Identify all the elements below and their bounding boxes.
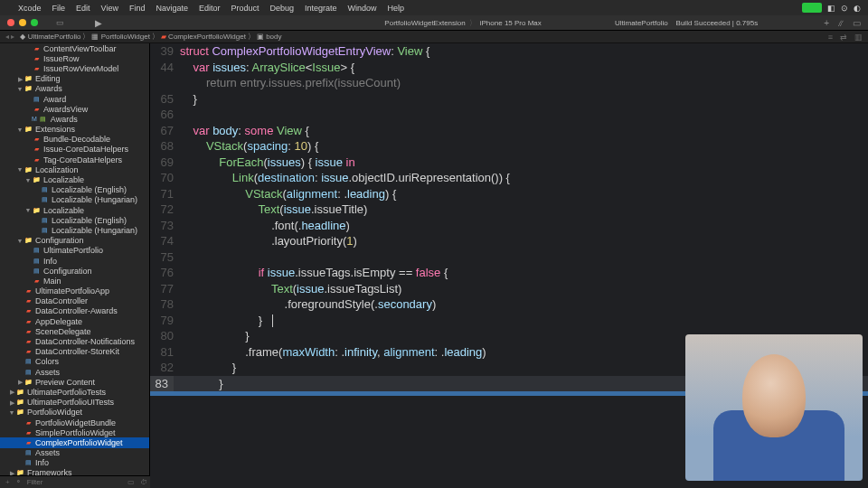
breadcrumb-item[interactable]: ▦ PortfolioWidget	[91, 33, 149, 41]
tree-item[interactable]: ▼📁Localizable	[0, 205, 149, 215]
tree-item[interactable]: ▰SceneDelegate	[0, 326, 149, 336]
menu-item[interactable]: Help	[388, 4, 405, 13]
tree-item[interactable]: ▤Localizable (English)	[0, 185, 149, 195]
tree-item[interactable]: ▰ContentViewToolbar	[0, 43, 149, 53]
tree-item[interactable]: ▰IssueRow	[0, 53, 149, 63]
tree-item[interactable]: ▶📁UltimatePortfolioTests	[0, 387, 149, 397]
facetime-icon[interactable]	[802, 3, 822, 13]
tree-item[interactable]: ▶📁Preview Content	[0, 377, 149, 387]
tree-item[interactable]: ▰DataController-Notifications	[0, 336, 149, 346]
minimize-icon[interactable]	[19, 19, 26, 26]
nav-icon[interactable]: ◂ ▸	[5, 33, 14, 41]
menu-item[interactable]: Window	[348, 4, 377, 13]
tree-item[interactable]: ▰DataController-StoreKit	[0, 347, 149, 357]
menu-item[interactable]: Find	[129, 4, 146, 13]
tree-item[interactable]: ▰Issue-CoreDataHelpers	[0, 145, 149, 155]
tree-item[interactable]: ▰AppDelegate	[0, 316, 149, 326]
sidebar-toggle-icon[interactable]: ▭	[56, 18, 64, 27]
filter-input[interactable]	[27, 478, 122, 486]
navigator-filter: + ⚬ ▭ ⏱	[0, 475, 150, 488]
tree-item[interactable]: ▤Info	[0, 256, 149, 266]
status-icon[interactable]: ⊙	[841, 4, 848, 13]
tree-item[interactable]: ▶📁Editing	[0, 74, 149, 84]
menu-item[interactable]: View	[101, 4, 118, 13]
close-icon[interactable]	[7, 19, 14, 26]
menu-item[interactable]: Navigate	[156, 4, 188, 13]
scheme-selector[interactable]: PortfolioWidgetExtension	[384, 19, 465, 27]
tree-item[interactable]: ▤Info	[0, 458, 149, 468]
breadcrumb-item[interactable]: ◆ UltimatePortfolio	[20, 33, 80, 41]
tree-item[interactable]: ▤UltimatePortfolio	[0, 246, 149, 256]
tree-item[interactable]: ▰DataController-Awards	[0, 306, 149, 316]
tree-item[interactable]: M▤Awards	[0, 114, 149, 124]
tree-item[interactable]: ▰UltimatePortfolioApp	[0, 286, 149, 296]
tree-item[interactable]: ▤Assets	[0, 367, 149, 377]
chevron-right-icon: 〉	[469, 18, 476, 28]
macos-menubar: Xcode File Edit View Find Navigate Edito…	[0, 0, 868, 15]
menu-item[interactable]: File	[52, 4, 66, 13]
tree-item[interactable]: ▤Localizable (Hungarian)	[0, 225, 149, 235]
zoom-icon[interactable]	[31, 19, 38, 26]
tree-item[interactable]: ▼📁Awards	[0, 84, 149, 94]
tree-item[interactable]: ▤Colors	[0, 357, 149, 367]
tree-item[interactable]: ▰PortfolioWidgetBundle	[0, 418, 149, 427]
editor-options-icon[interactable]: ⫽	[836, 18, 845, 28]
editor-layout-icon[interactable]: ≡	[828, 33, 833, 42]
tree-item[interactable]: ▰ComplexPortfolioWidget	[0, 437, 149, 447]
status-icon[interactable]: ◐	[854, 4, 861, 13]
add-icon[interactable]: +	[5, 478, 10, 486]
webcam-overlay	[685, 334, 863, 481]
tree-item[interactable]: ▰SimplePortfolioWidget	[0, 427, 149, 437]
tree-item[interactable]: ▼📁Extensions	[0, 125, 149, 135]
menu-item[interactable]: Editor	[199, 4, 221, 13]
tree-item[interactable]: ▰Bundle-Decodable	[0, 135, 149, 145]
tree-item[interactable]: ▼📁PortfolioWidget	[0, 408, 149, 418]
tree-item[interactable]: ▰Main	[0, 276, 149, 286]
tree-item[interactable]: ▰IssueRowViewModel	[0, 63, 149, 73]
tree-item[interactable]: ▼📁Localizable	[0, 174, 149, 184]
tree-item[interactable]: ▤Localizable (Hungarian)	[0, 195, 149, 205]
tree-item[interactable]: ▤Configuration	[0, 266, 149, 276]
status-icon[interactable]: ◧	[827, 4, 835, 13]
run-button[interactable]: ▶	[95, 18, 102, 28]
recent-filter-icon[interactable]: ⏱	[140, 478, 147, 486]
tree-item[interactable]: ▤Localizable (English)	[0, 215, 149, 225]
tree-item[interactable]: ▼📁Configuration	[0, 236, 149, 246]
menu-item[interactable]: Integrate	[305, 4, 337, 13]
menu-item[interactable]: Xcode	[18, 4, 42, 13]
tree-item[interactable]: ▤Assets	[0, 448, 149, 458]
scm-filter-icon[interactable]: ▭	[127, 478, 135, 486]
editor-split-icon[interactable]: ▥	[854, 33, 863, 42]
project-navigator[interactable]: ▰ContentViewToolbar▰IssueRow▰IssueRowVie…	[0, 43, 150, 488]
editor-adjust-icon[interactable]: ⇄	[840, 33, 847, 42]
menu-item[interactable]: Edit	[76, 4, 90, 13]
tree-item[interactable]: ▰DataController	[0, 296, 149, 306]
menu-item[interactable]: Product	[231, 4, 259, 13]
breadcrumb-item[interactable]: ▰ ComplexPortfolioWidget	[161, 33, 246, 41]
jump-bar[interactable]: ◂ ▸ ◆ UltimatePortfolio 〉 ▦ PortfolioWid…	[0, 30, 868, 43]
tree-item[interactable]: ▰Tag-CoreDataHelpers	[0, 155, 149, 164]
xcode-toolbar: ▭ ▶ PortfolioWidgetExtension 〉 iPhone 15…	[0, 15, 868, 30]
tree-item[interactable]: ▰AwardsView	[0, 104, 149, 114]
device-selector[interactable]: iPhone 15 Pro Max	[480, 19, 542, 27]
tree-item[interactable]: ▼📁Localization	[0, 164, 149, 174]
build-status: UltimatePortfolio Build Succeeded | 0.79…	[615, 19, 758, 27]
menu-item[interactable]: Debug	[270, 4, 295, 13]
filter-icon[interactable]: ⚬	[15, 478, 22, 486]
breadcrumb-item[interactable]: ▣ body	[257, 33, 282, 41]
tree-item[interactable]: ▶📁UltimatePortfolioUITests	[0, 398, 149, 408]
inspector-toggle-icon[interactable]: ▭	[853, 18, 861, 28]
add-icon[interactable]: +	[824, 18, 829, 28]
tree-item[interactable]: ▤Award	[0, 94, 149, 104]
window-controls	[7, 19, 38, 26]
